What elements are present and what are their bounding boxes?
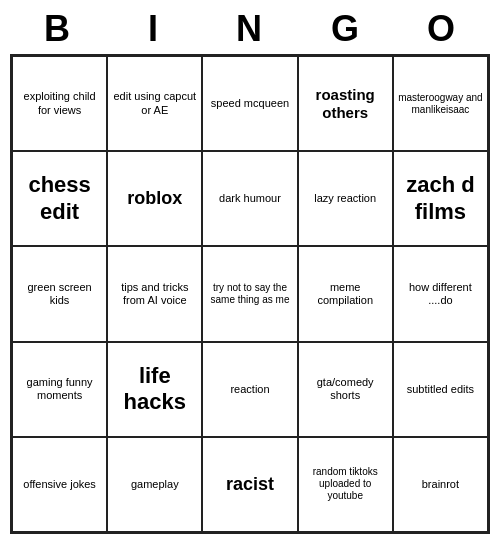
bingo-cell-9: zach d films — [393, 151, 488, 246]
bingo-cell-1: edit using capcut or AE — [107, 56, 202, 151]
header-letter-i: I — [106, 8, 202, 50]
bingo-cell-16: life hacks — [107, 342, 202, 437]
bingo-cell-12: try not to say the same thing as me — [202, 246, 297, 341]
header-letter-o: O — [394, 8, 490, 50]
bingo-cell-15: gaming funny moments — [12, 342, 107, 437]
bingo-cell-23: random tiktoks uploaded to youtube — [298, 437, 393, 532]
bingo-cell-0: exploiting child for views — [12, 56, 107, 151]
bingo-cell-19: subtitled edits — [393, 342, 488, 437]
bingo-cell-8: lazy reaction — [298, 151, 393, 246]
bingo-cell-22: racist — [202, 437, 297, 532]
bingo-cell-14: how different ....do — [393, 246, 488, 341]
bingo-cell-24: brainrot — [393, 437, 488, 532]
bingo-cell-13: meme compilation — [298, 246, 393, 341]
bingo-cell-5: chess edit — [12, 151, 107, 246]
bingo-cell-17: reaction — [202, 342, 297, 437]
bingo-grid: exploiting child for viewsedit using cap… — [10, 54, 490, 534]
header-letter-g: G — [298, 8, 394, 50]
bingo-cell-20: offensive jokes — [12, 437, 107, 532]
bingo-cell-7: dark humour — [202, 151, 297, 246]
bingo-cell-2: speed mcqueen — [202, 56, 297, 151]
bingo-cell-21: gameplay — [107, 437, 202, 532]
header-letter-b: B — [10, 8, 106, 50]
header-letter-n: N — [202, 8, 298, 50]
bingo-cell-10: green screen kids — [12, 246, 107, 341]
bingo-header: BINGO — [10, 8, 490, 50]
bingo-cell-18: gta/comedy shorts — [298, 342, 393, 437]
bingo-cell-6: roblox — [107, 151, 202, 246]
bingo-cell-11: tips and tricks from AI voice — [107, 246, 202, 341]
bingo-cell-4: masteroogway and manlikeisaac — [393, 56, 488, 151]
bingo-cell-3: roasting others — [298, 56, 393, 151]
